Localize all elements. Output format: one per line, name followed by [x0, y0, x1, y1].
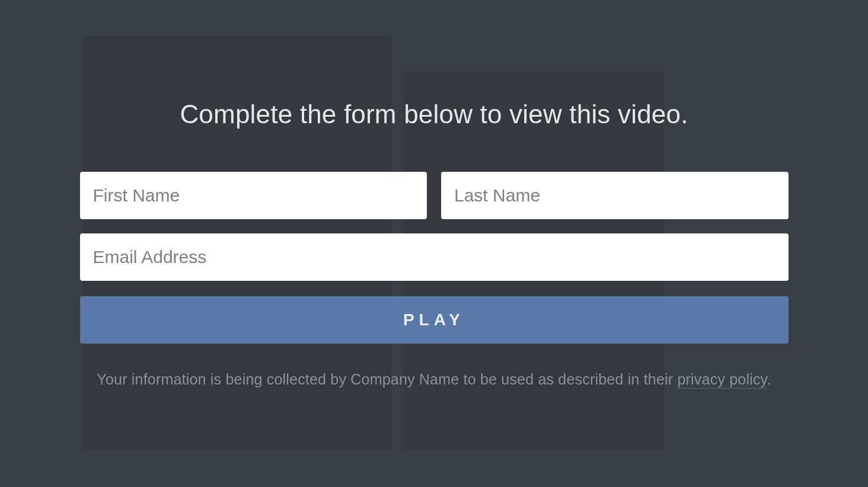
video-gate-form: Complete the form below to view this vid…: [80, 100, 789, 388]
email-row: [80, 233, 789, 281]
disclaimer-before: Your information is being collected by C…: [97, 371, 677, 387]
disclaimer-after: .: [767, 371, 771, 387]
play-button[interactable]: PLAY: [80, 296, 789, 344]
disclaimer-text: Your information is being collected by C…: [80, 371, 789, 388]
name-row: [80, 172, 789, 219]
last-name-field[interactable]: [441, 172, 789, 219]
email-field[interactable]: [80, 233, 789, 281]
first-name-field[interactable]: [80, 172, 427, 219]
form-heading: Complete the form below to view this vid…: [80, 100, 789, 129]
privacy-policy-link[interactable]: privacy policy: [677, 371, 767, 389]
